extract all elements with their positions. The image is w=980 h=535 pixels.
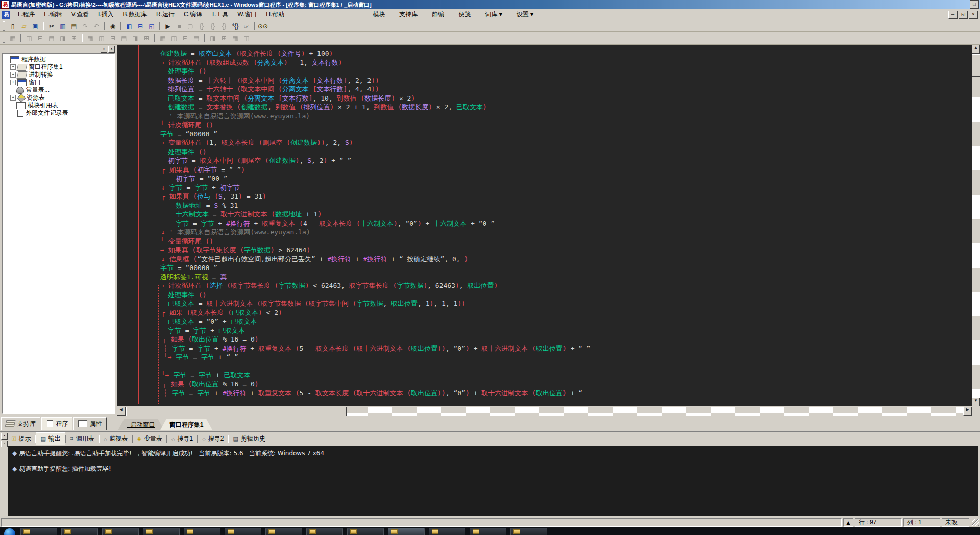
scroll-left-icon[interactable]: ◀ (117, 407, 126, 416)
code-line[interactable]: → 变量循环首 (1, 取文本长度 (删尾空 (创建数据)), 2, S) (117, 138, 972, 148)
panel-tab-调用表[interactable]: ⌗调用表 (66, 433, 99, 445)
taskbar-button[interactable] (429, 528, 465, 535)
cut-icon[interactable]: ✂ (46, 21, 57, 31)
workspace-tab-支持库[interactable]: 支持库 (1, 417, 40, 430)
taskbar-button[interactable] (470, 528, 506, 535)
editor-tab-_启动窗口[interactable]: _启动窗口 (118, 419, 164, 430)
menu-B.数据库[interactable]: B.数据库 (118, 9, 152, 20)
search-binoculars-icon[interactable]: ⊙⊙ (258, 21, 268, 31)
scroll-up-icon[interactable]: ▲ (972, 45, 980, 54)
code-line[interactable]: └ 变量循环尾 () (117, 237, 972, 246)
tree-item-常量表...[interactable]: 常量表... (4, 86, 113, 94)
code-line[interactable]: 初字节 = “00 ” (117, 174, 972, 183)
menu-静编[interactable]: 静编 (425, 9, 451, 20)
taskbar-button[interactable] (102, 528, 139, 535)
code-line[interactable]: 字节 = 字节 + 已取文本 (117, 326, 972, 335)
code-line[interactable]: ↓ ' 本源码来自易语言资源网(www.eyuyan.la) (117, 228, 972, 237)
menu-T.工具[interactable]: T.工具 (207, 9, 233, 20)
code-line[interactable]: 创建数据 = 取空白文本 (取文件长度 (文件号) + 100) (117, 49, 972, 58)
panel-tab-提示[interactable]: ⚿提示 (8, 433, 35, 445)
menu-H.帮助[interactable]: H.帮助 (261, 9, 289, 20)
menu-模块[interactable]: 模块 (365, 9, 392, 20)
code-line[interactable]: 已取文本 = 取十六进制文本 (取字节集数据 (取字节集中间 (字节数据, 取出… (117, 299, 972, 308)
taskbar-button[interactable] (143, 528, 180, 535)
taskbar-button[interactable] (20, 528, 57, 535)
taskbar-button[interactable] (184, 528, 220, 535)
save-icon[interactable]: ▣ (30, 21, 40, 31)
taskbar-button[interactable] (388, 528, 425, 535)
code-line[interactable] (117, 362, 972, 371)
code-line[interactable]: 排列位置 = 十六转十 (取文本中间 (分离文本 [文本行数], 4, 4)) (117, 85, 972, 94)
sidebar-close-icon[interactable]: × (108, 46, 115, 53)
code-line[interactable]: ┌ 如果 (取文本长度 (已取文本) < 2) (117, 308, 972, 318)
code-line[interactable]: 已取文本 = 取文本中间 (分离文本 [文本行数], 10, 到数值 (数据长度… (117, 94, 972, 103)
code-line[interactable]: 处理事件 () (117, 148, 972, 157)
taskbar-button[interactable] (306, 528, 343, 535)
workspace-tab-属性[interactable]: 属性 (74, 417, 107, 430)
resize-grip[interactable] (972, 519, 979, 526)
code-line[interactable]: ↓ 字节 = 字节 + 初字节 (117, 183, 972, 192)
menu-F.程序[interactable]: F.程序 (13, 9, 39, 20)
tree-item-进制转换[interactable]: +进制转换 (4, 71, 113, 79)
code-line[interactable]: 数据长度 = 十六转十 (取文本中间 (分离文本 [文本行数], 2, 2)) (117, 76, 972, 85)
expand-icon[interactable]: + (10, 72, 16, 78)
menu-R.运行[interactable]: R.运行 (152, 9, 179, 20)
code-line[interactable]: → 如果真 (取字节集长度 (字节数据) > 62464) (117, 246, 972, 255)
code-line[interactable]: └ 计次循环尾 () (117, 120, 972, 130)
panel-tab-输出[interactable]: ▤输出 (36, 432, 65, 445)
paste-icon[interactable]: ▤ (69, 21, 79, 31)
code-line[interactable]: 字节 = “00000 ” (117, 263, 972, 273)
code-line[interactable]: 初字节 = 取文本中间 (删尾空 (创建数据), S, 2) + “ ” (117, 156, 972, 165)
menu-词库[interactable]: 词库 ▾ (478, 9, 509, 20)
code-line[interactable]: 透明标签1.可视 = 真 (117, 273, 972, 282)
taskbar-button[interactable] (347, 528, 384, 535)
code-line[interactable]: ┌ 如果 (取出位置 % 16 = 0) (117, 335, 972, 344)
expand-icon[interactable]: + (10, 95, 16, 101)
code-line[interactable]: ┌ 如果 (取出位置 % 16 = 0) (117, 380, 972, 389)
panel-tab-监视表[interactable]: ◌监视表 (100, 433, 132, 445)
run-icon[interactable]: ▶ (163, 21, 173, 31)
expand-icon[interactable]: + (10, 64, 16, 70)
code-line[interactable]: 创建数据 = 文本替换 (创建数据, 到数值 (排列位置) × 2 + 1, 到… (117, 103, 972, 112)
code-line[interactable]: └→ 字节 = 字节 + “ ” (117, 353, 972, 362)
code-line[interactable]: └→ 字节 = 字节 + 已取文本 (117, 371, 972, 380)
menu-设置[interactable]: 设置 ▾ (509, 9, 541, 20)
panel-tab-搜寻2[interactable]: ◌搜寻2 (198, 433, 228, 445)
code-line[interactable]: ┌ 如果真 (初字节 = “ ”) (117, 165, 972, 175)
code-line[interactable]: 字节 = “00000 ” (117, 130, 972, 139)
code-line[interactable]: ┆ 字节 = 字节 + #换行符 + 取重复文本 (5 - 取文本长度 (取十六… (117, 344, 972, 353)
menu-I.插入[interactable]: I.插入 (93, 9, 118, 20)
breakpoint-icon[interactable]: *{} (230, 21, 240, 31)
code-area[interactable]: 创建数据 = 取空白文本 (取文件长度 (文件号) + 100)→ 计次循环首 … (117, 45, 972, 406)
open-file-icon[interactable]: ▱ (19, 21, 29, 31)
maximize-icon[interactable]: □ (970, 1, 979, 9)
tree-item-模块引用表[interactable]: 模块引用表 (4, 102, 113, 109)
panel-float-icon[interactable]: ▫ (1, 441, 8, 447)
taskbar-button[interactable] (61, 528, 98, 535)
mdi-restore-icon[interactable]: ◱ (959, 11, 968, 19)
taskbar-button[interactable] (265, 528, 302, 535)
code-line[interactable]: 已取文本 = “0” + 已取文本 (117, 317, 972, 326)
panel-tab-剪辑历史[interactable]: ▤剪辑历史 (229, 433, 269, 445)
editor-tab-窗口程序集1[interactable]: 窗口程序集1 (160, 419, 213, 430)
code-line[interactable]: ┌ 如果真 (位与 (S, 31) = 31) (117, 192, 972, 201)
code-line[interactable]: 处理事件 () (117, 290, 972, 300)
panel-close-icon[interactable]: × (1, 433, 8, 440)
menu-V.查看[interactable]: V.查看 (67, 9, 93, 20)
scroll-down-icon[interactable]: ▼ (972, 398, 980, 406)
code-line[interactable]: 处理事件 () (117, 67, 972, 76)
mdi-minimize-icon[interactable]: ─ (948, 11, 958, 19)
tree-item-资源表[interactable]: +资源表 (4, 94, 113, 102)
panel-tab-搜寻1[interactable]: ◌搜寻1 (167, 433, 197, 445)
code-line[interactable]: 数据地址 = S % 31 (117, 201, 972, 210)
layout-grid-icon[interactable]: ◱ (146, 21, 157, 31)
status-scroll-icon[interactable]: ▲ (843, 518, 853, 527)
pause-hand-icon[interactable]: ☞ (241, 21, 252, 31)
code-line[interactable]: ' 本源码来自易语言资源网(www.eyuyan.la) (117, 112, 972, 121)
tree-item-窗口程序集1[interactable]: +窗口程序集1 (4, 63, 113, 71)
menu-C.编译[interactable]: C.编译 (179, 9, 207, 20)
tree-item-程序数据[interactable]: 程序数据 (4, 56, 113, 63)
code-editor[interactable]: 创建数据 = 取空白文本 (取文件长度 (文件号) + 100)→ 计次循环首 … (117, 45, 980, 416)
code-line[interactable]: → 计次循环首 (取数组成员数 (分离文本) - 1, 文本行数) (117, 58, 972, 67)
taskbar-button[interactable] (510, 528, 547, 535)
